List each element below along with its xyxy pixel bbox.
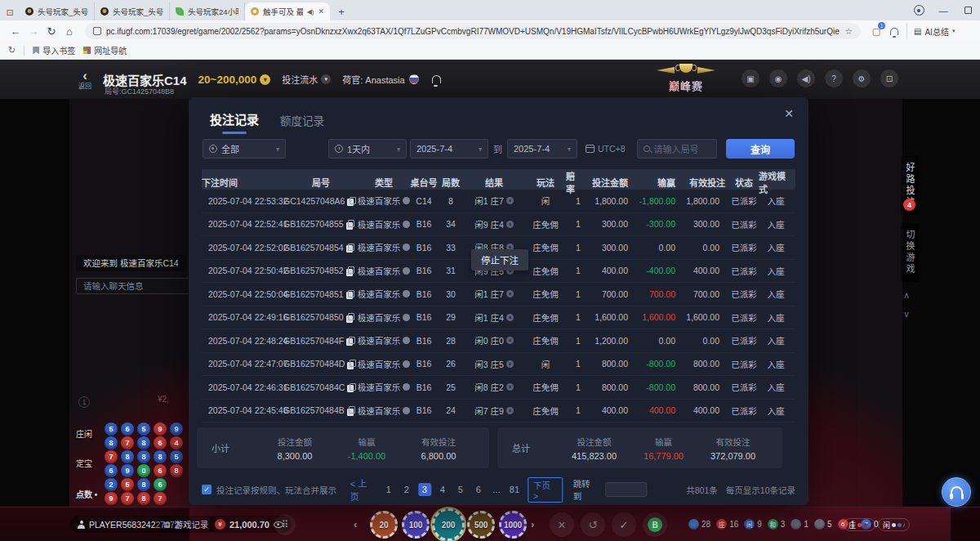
cell-round-no: 31 <box>439 260 463 283</box>
copy-icon[interactable] <box>346 337 354 345</box>
bet-flow-dropdown[interactable]: 投注流水 ▾ <box>282 73 331 86</box>
chat-input[interactable]: 请输入聊天信息 <box>76 278 197 294</box>
gear-icon[interactable]: ⚙ <box>853 69 871 87</box>
page-number[interactable]: 6 <box>472 483 485 496</box>
result-detail-icon[interactable] <box>506 221 514 228</box>
limits-caret-icon[interactable]: ▾ <box>260 74 270 85</box>
bet-chip[interactable]: 100 <box>402 511 430 539</box>
copy-icon[interactable] <box>346 220 354 228</box>
page-number[interactable]: 81 <box>508 483 521 496</box>
bet-chip[interactable]: 200 <box>432 508 465 541</box>
bonus-button[interactable]: B <box>643 512 667 537</box>
query-button[interactable]: 查询 <box>726 139 795 159</box>
camera-icon[interactable]: ▣ <box>742 69 760 87</box>
scroll-down-icon[interactable]: ∨ <box>903 309 910 320</box>
page-number[interactable]: 5 <box>454 483 467 496</box>
page-number[interactable]: 4 <box>436 483 449 496</box>
forward-icon[interactable]: → <box>24 22 42 40</box>
home-icon[interactable]: ⌂ <box>60 22 78 40</box>
result-detail-icon[interactable] <box>506 337 514 344</box>
site-security-icon[interactable] <box>93 27 101 35</box>
player-pair-pill[interactable]: 闲 / <box>878 518 910 531</box>
tab-close-icon[interactable]: ✕ <box>318 7 324 16</box>
speaker-icon[interactable]: ◀) <box>797 69 815 87</box>
cell-table-no: B16 <box>409 376 439 399</box>
cell-odds: 1 <box>566 376 590 399</box>
category-select[interactable]: 全部 ▾ <box>203 139 286 159</box>
banker-pair-pill[interactable]: 庄 / <box>844 518 875 531</box>
result-detail-icon[interactable] <box>506 360 514 368</box>
date-to-select[interactable]: 2025-7-4 ▾ <box>507 139 577 159</box>
help-icon[interactable]: ? <box>825 69 843 87</box>
bet-limits[interactable]: 20~200,000 ▾ <box>198 74 271 86</box>
copy-icon[interactable] <box>347 406 354 414</box>
video-icon[interactable]: ◉ <box>769 69 787 87</box>
chips-scroll-right-icon[interactable]: › <box>531 518 534 530</box>
result-detail-icon[interactable] <box>506 383 514 391</box>
tab-favicon <box>25 7 33 16</box>
bet-chip[interactable]: 1000 <box>499 511 527 539</box>
bookmark-import[interactable]: 导入书签 <box>33 44 75 56</box>
fullscreen-icon[interactable]: ⊡ <box>880 69 898 87</box>
prev-page-button[interactable]: < 上页 <box>350 476 376 503</box>
copy-icon[interactable] <box>346 290 354 298</box>
bell-icon[interactable] <box>432 75 441 83</box>
notification-bell-icon[interactable] <box>885 22 903 40</box>
new-tab-button[interactable]: + <box>333 3 350 20</box>
browser-tab-2[interactable]: 头号玩家_头号玩家游 <box>95 2 170 20</box>
undo-bet-button[interactable]: ↺ <box>581 512 605 537</box>
copy-icon[interactable] <box>346 266 354 275</box>
copy-icon[interactable] <box>347 197 354 205</box>
page-number[interactable]: ... <box>490 483 503 496</box>
tab-quota-records[interactable]: 额度记录 <box>280 112 324 128</box>
confirm-bet-button[interactable]: ✓ <box>612 512 636 537</box>
tab-audio-icon[interactable]: ◀) <box>307 8 314 16</box>
browser-tab-active[interactable]: 触手可及 最 ◀) ✕ <box>245 2 330 20</box>
chips-scroll-left-icon[interactable]: ‹ <box>354 518 357 530</box>
jump-page-input[interactable] <box>605 482 647 497</box>
cancel-bet-button[interactable]: ✕ <box>550 512 574 537</box>
switch-game-button[interactable]: 切换游戏 <box>901 223 919 282</box>
round-search-input[interactable]: 请输入局号 <box>637 139 717 159</box>
browser-tab-1[interactable]: 头号玩家_头号玩家游 <box>20 2 95 20</box>
profile-icon[interactable]: ☻ <box>906 0 931 20</box>
extension-icon[interactable]: ▢1 <box>867 22 885 40</box>
ai-summary-button[interactable]: ▤ AI总结 ▾ <box>906 23 961 39</box>
cell-bet-time: 2025-07-04 22:52:41 <box>202 213 283 236</box>
address-bar[interactable]: pc.ifugf.com:17039/egret/game/2002/2562?… <box>85 23 861 39</box>
bet-chip[interactable]: 20 <box>370 511 398 539</box>
next-page-button[interactable]: 下页 > <box>528 477 564 503</box>
browser-tab-3[interactable]: 头号玩家24小时在线 <box>170 2 245 20</box>
scroll-up-icon[interactable]: ∧ <box>903 290 910 301</box>
reload-icon[interactable]: ↻ <box>42 22 60 40</box>
tab-search-icon[interactable]: ⊡ <box>0 4 20 20</box>
merge-checkbox[interactable]: ✓ <box>202 485 212 494</box>
copy-icon[interactable] <box>346 313 354 321</box>
cell-win-loss: -300.00 <box>638 213 685 236</box>
bet-chip[interactable]: 500 <box>467 511 495 539</box>
customer-service-button[interactable] <box>942 477 971 507</box>
time-range-select[interactable]: 1天内 ▾ <box>328 139 407 159</box>
result-detail-icon[interactable] <box>506 407 514 414</box>
maximize-button[interactable] <box>956 0 980 20</box>
copy-icon[interactable] <box>347 383 354 391</box>
page-number[interactable]: 1 <box>382 483 395 496</box>
result-detail-icon[interactable] <box>506 314 514 321</box>
back-icon[interactable]: ← <box>7 22 24 40</box>
date-from-select[interactable]: 2025-7-4 ▾ <box>410 139 488 159</box>
copy-icon[interactable] <box>346 244 354 252</box>
result-detail-icon[interactable] <box>506 290 514 297</box>
bookmark-nav[interactable]: 网址导航 <box>83 44 127 56</box>
back-button[interactable]: ‹ 返回 <box>78 69 91 90</box>
page-number[interactable]: 3 <box>418 483 431 496</box>
bead: 6 <box>121 423 134 436</box>
result-detail-icon[interactable] <box>506 197 514 204</box>
copy-icon[interactable] <box>347 360 354 368</box>
page-number[interactable]: 2 <box>400 483 413 496</box>
bookmark-star-icon[interactable]: ☆ <box>844 26 853 37</box>
sync-icon[interactable]: ↻ <box>8 45 16 56</box>
menu-dice-button[interactable]: ⠿ <box>274 514 296 535</box>
minimize-button[interactable]: — <box>931 0 956 20</box>
tab-bet-records[interactable]: 投注记录 <box>210 110 259 127</box>
close-icon[interactable]: ✕ <box>784 107 794 120</box>
